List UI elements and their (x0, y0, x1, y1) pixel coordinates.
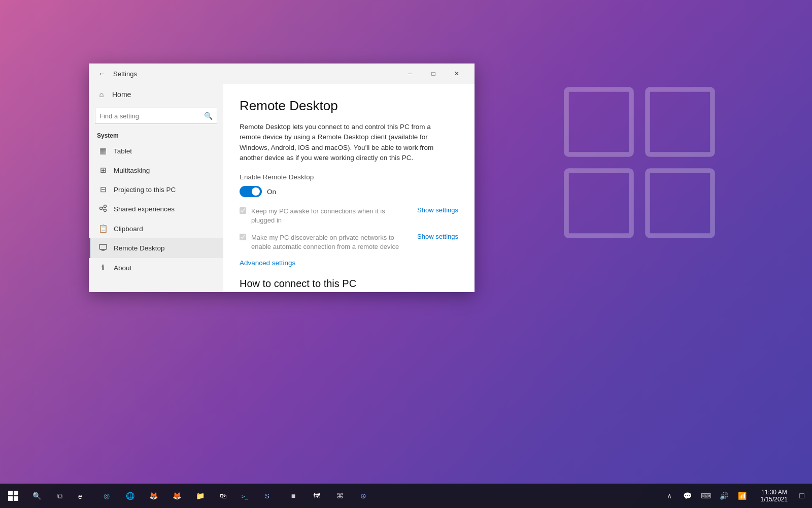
taskbar-systray: ∧ 💬 ⌨ 🔊 📶 (657, 488, 755, 504)
multitasking-icon: ⊞ (98, 166, 108, 175)
tray-network[interactable]: 📶 (734, 488, 751, 504)
discoverable-checkbox[interactable] (240, 234, 246, 240)
shared-icon (98, 204, 108, 214)
sidebar-section-system: System (89, 129, 223, 141)
taskbar-clock[interactable]: 11:30 AM 1/15/2021 (756, 484, 793, 508)
sidebar: ⌂ Home 🔍 System ▦ Tablet ⊞ Multitasking … (89, 84, 223, 292)
sidebar-item-label: Multitasking (114, 167, 150, 174)
svg-point-4 (100, 207, 103, 210)
sidebar-item-multitasking[interactable]: ⊞ Multitasking (89, 161, 223, 180)
taskbar-store-icon[interactable]: 🛍 (212, 485, 234, 507)
taskbar-edge-icon[interactable]: e (72, 485, 94, 507)
taskbar-chrome-icon[interactable]: 🌐 (119, 485, 141, 507)
checkbox-row-2: Make my PC discoverable on private netwo… (240, 233, 458, 251)
sidebar-item-about[interactable]: ℹ About (89, 258, 223, 277)
svg-rect-3 (648, 171, 713, 236)
taskbar-taskview-button[interactable]: ⧉ (49, 485, 71, 507)
taskbar-rdp-icon[interactable]: ⊕ (352, 485, 375, 507)
sidebar-item-tablet[interactable]: ▦ Tablet (89, 141, 223, 161)
sidebar-item-label: Shared experiences (114, 205, 175, 213)
svg-rect-12 (8, 491, 13, 495)
about-icon: ℹ (98, 263, 108, 272)
remote-desktop-icon (98, 243, 108, 253)
sidebar-item-label: Remote Desktop (114, 244, 165, 252)
content-description: Remote Desktop lets you connect to and c… (240, 122, 443, 163)
svg-text:e: e (78, 492, 82, 500)
settings-window: ← Settings ─ □ ✕ ⌂ Home 🔍 System ▦ Table… (89, 64, 475, 292)
remote-desktop-toggle[interactable] (240, 186, 262, 197)
taskbar-app-s-icon[interactable]: S (259, 485, 281, 507)
windows-logo-watermark (558, 81, 721, 244)
tray-chat[interactable]: 💬 (680, 488, 696, 504)
taskbar-edge2-icon[interactable]: ◎ (95, 485, 118, 507)
sidebar-item-label: About (114, 264, 131, 272)
svg-point-5 (104, 205, 107, 208)
svg-text:>_: >_ (242, 493, 249, 500)
content-title: Remote Desktop (240, 98, 458, 114)
taskbar-shell-icon[interactable]: ⌘ (329, 485, 351, 507)
how-to-title: How to connect to this PC (240, 278, 458, 290)
tray-chevron[interactable]: ∧ (661, 488, 678, 504)
taskbar-firefox-icon2[interactable]: 🦊 (165, 485, 188, 507)
taskbar: 🔍 ⧉ e ◎ 🌐 🦊 🦊 📁 🛍 >_ S ■ 🗺 ⌘ ⊕ ∧ 💬 ⌨ 🔊 📶… (0, 484, 812, 508)
close-button[interactable]: ✕ (445, 64, 468, 84)
show-settings-link-1[interactable]: Show settings (409, 206, 458, 214)
checkbox-1-label: Keep my PC awake for connections when it… (251, 207, 385, 224)
search-icon: 🔍 (204, 112, 213, 120)
sidebar-item-label: Tablet (114, 147, 132, 155)
svg-rect-0 (566, 89, 631, 154)
tray-volume[interactable]: 🔊 (716, 488, 732, 504)
toggle-label: Enable Remote Desktop (240, 173, 458, 181)
svg-rect-9 (99, 244, 107, 249)
taskbar-notification-button[interactable]: □ (794, 484, 810, 508)
taskbar-terminal-icon[interactable]: ■ (282, 485, 304, 507)
svg-line-8 (103, 209, 104, 210)
checkbox-text-group-2: Make my PC discoverable on private netwo… (251, 233, 404, 251)
sidebar-item-home[interactable]: ⌂ Home (89, 84, 223, 105)
svg-rect-14 (8, 496, 13, 501)
search-input[interactable] (99, 112, 201, 120)
clock-time: 11:30 AM (761, 489, 787, 496)
svg-point-6 (104, 209, 107, 212)
advanced-settings-link[interactable]: Advanced settings (240, 259, 458, 267)
sidebar-item-shared-experiences[interactable]: Shared experiences (89, 199, 223, 219)
taskbar-files-icon[interactable]: 📁 (189, 485, 211, 507)
keep-awake-checkbox[interactable] (240, 207, 246, 214)
sidebar-item-projecting[interactable]: ⊟ Projecting to this PC (89, 180, 223, 199)
clipboard-icon: 📋 (98, 224, 108, 233)
svg-text:S: S (265, 492, 269, 500)
title-bar: ← Settings ─ □ ✕ (89, 64, 475, 84)
tray-keyboard[interactable]: ⌨ (698, 488, 714, 504)
taskbar-powershell-icon[interactable]: >_ (235, 485, 258, 507)
settings-body: ⌂ Home 🔍 System ▦ Tablet ⊞ Multitasking … (89, 84, 475, 292)
window-title: Settings (113, 70, 137, 78)
checkbox-2-label: Make my PC discoverable on private netwo… (251, 234, 399, 250)
taskbar-start-button[interactable] (2, 485, 24, 507)
taskbar-firefox-icon1[interactable]: 🦊 (142, 485, 164, 507)
back-button[interactable]: ← (95, 67, 109, 81)
show-settings-link-2[interactable]: Show settings (409, 233, 458, 240)
projecting-icon: ⊟ (98, 185, 108, 194)
toggle-row: On (240, 186, 458, 197)
clock-date: 1/15/2021 (761, 496, 788, 503)
sidebar-item-clipboard[interactable]: 📋 Clipboard (89, 219, 223, 238)
tablet-icon: ▦ (98, 146, 108, 155)
window-controls: ─ □ ✕ (398, 64, 468, 84)
home-icon: ⌂ (97, 90, 106, 99)
sidebar-item-remote-desktop[interactable]: Remote Desktop (89, 238, 223, 258)
toggle-state-label: On (267, 188, 276, 196)
checkbox-text-group-1: Keep my PC awake for connections when it… (251, 206, 404, 225)
svg-line-7 (103, 207, 104, 208)
maximize-button[interactable]: □ (422, 64, 445, 84)
svg-rect-2 (566, 171, 631, 236)
minimize-button[interactable]: ─ (398, 64, 422, 84)
sidebar-item-label: Projecting to this PC (114, 186, 176, 194)
svg-rect-15 (14, 496, 18, 501)
sidebar-home-label: Home (112, 90, 131, 99)
content-panel: Remote Desktop Remote Desktop lets you c… (223, 84, 475, 292)
search-box[interactable]: 🔍 (95, 108, 217, 124)
sidebar-item-label: Clipboard (114, 225, 143, 233)
taskbar-search-button[interactable]: 🔍 (25, 485, 48, 507)
checkbox-row-1: Keep my PC awake for connections when it… (240, 206, 458, 225)
taskbar-map-icon[interactable]: 🗺 (306, 485, 328, 507)
